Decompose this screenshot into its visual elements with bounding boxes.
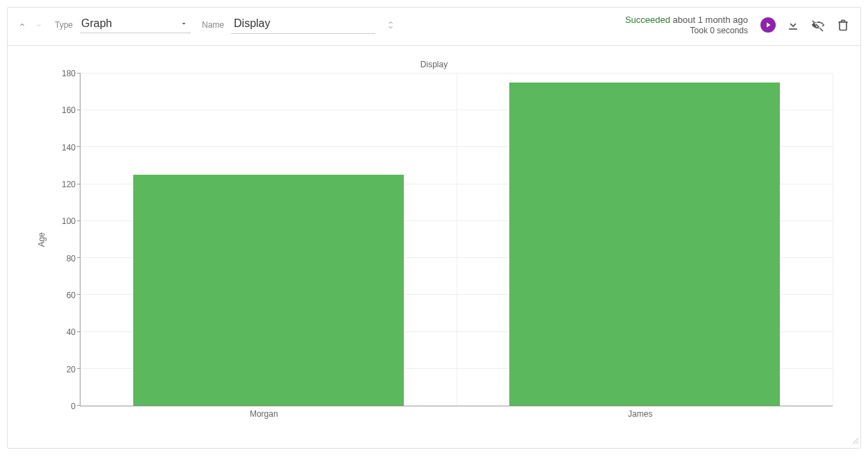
chart-area: Display Age 020406080100120140160180 Mor… — [8, 46, 860, 448]
y-tick-label: 100 — [48, 216, 76, 226]
resize-handle[interactable] — [851, 436, 859, 447]
plot-wrap: Age 020406080100120140160180 — [35, 74, 833, 406]
name-input-wrap[interactable] — [231, 15, 375, 34]
y-tick-label: 60 — [48, 291, 76, 300]
chevron-down-icon — [180, 18, 188, 31]
collapse-down-icon — [34, 20, 44, 30]
status-block: Succeeded about 1 month ago Took 0 secon… — [625, 15, 748, 35]
y-tick-label: 140 — [48, 143, 76, 153]
y-tick-label: 20 — [48, 365, 76, 374]
x-tick-label: James — [628, 409, 652, 419]
y-tick-label: 0 — [48, 401, 76, 411]
download-icon[interactable] — [785, 17, 801, 33]
collapse-up-icon[interactable] — [17, 20, 27, 30]
x-tick-label: Morgan — [250, 409, 278, 419]
reorder-handle[interactable] — [386, 19, 395, 31]
status-when: about 1 month ago — [673, 15, 748, 25]
y-tick-label: 80 — [48, 254, 76, 264]
toolbar-left: Type Graph Name — [17, 15, 618, 34]
type-field-label: Type — [55, 20, 73, 30]
x-axis: MorganJames — [76, 406, 828, 420]
y-tick-label: 120 — [48, 180, 76, 189]
y-tick-label: 40 — [48, 327, 76, 337]
cell-toolbar: Type Graph Name Succeeded about 1 month — [8, 8, 860, 46]
y-axis-label: Age — [35, 232, 48, 247]
y-tick-label: 160 — [48, 105, 76, 115]
name-input[interactable] — [232, 17, 374, 31]
toolbar-right: Succeeded about 1 month ago Took 0 secon… — [625, 15, 851, 35]
chart-title: Display — [35, 60, 833, 69]
cell-panel: Type Graph Name Succeeded about 1 month — [7, 7, 861, 449]
chart-bar — [133, 175, 404, 406]
plot-region — [80, 74, 833, 406]
hide-icon[interactable] — [810, 17, 826, 33]
type-select-value: Graph — [81, 17, 112, 29]
delete-icon[interactable] — [835, 17, 851, 33]
y-axis: 020406080100120140160180 — [48, 74, 80, 406]
status-took: Took 0 seconds — [625, 26, 748, 35]
status-state: Succeeded — [625, 15, 670, 25]
y-tick-label: 180 — [48, 69, 76, 78]
name-field-label: Name — [202, 20, 224, 30]
type-select[interactable]: Graph — [80, 16, 191, 33]
chart-bar — [509, 83, 780, 406]
run-button[interactable] — [760, 17, 776, 33]
